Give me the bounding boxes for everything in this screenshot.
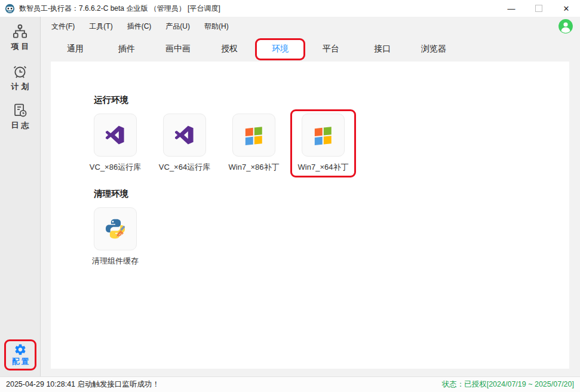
python-clean-icon (103, 216, 128, 241)
runtime-cards-row: VC_×86运行库 VC_×64运行库 (82, 109, 356, 177)
close-button[interactable]: ✕ (553, 0, 580, 17)
tab-general[interactable]: 通用 (50, 36, 101, 62)
tab-browser[interactable]: 浏览器 (408, 36, 459, 62)
maximize-icon (535, 5, 542, 12)
env-item-vc-x64[interactable]: VC_×64运行库 (152, 109, 217, 177)
sidebar-item-schedule[interactable]: 计划 (0, 63, 40, 92)
tab-interface[interactable]: 接口 (357, 36, 408, 62)
tab-license[interactable]: 授权 (204, 36, 255, 62)
menu-products[interactable]: 产品(U) (161, 19, 195, 34)
env-item-vc-x86[interactable]: VC_×86运行库 (82, 109, 148, 177)
log-icon (12, 102, 28, 118)
env-card-label: VC_×64运行库 (159, 162, 210, 173)
section-heading-clean: 清理环境 (94, 188, 128, 200)
windows-icon (242, 123, 266, 147)
env-card-label: Win7_×86补丁 (229, 162, 280, 173)
env-card-label: Win7_×64补丁 (298, 162, 349, 173)
app-logo-robot-icon (5, 4, 15, 14)
gear-icon (14, 343, 27, 356)
env-card (94, 207, 137, 250)
env-card (232, 114, 275, 157)
sidebar-item-logs[interactable]: 日志 (0, 102, 40, 131)
minimize-button[interactable]: — (498, 0, 525, 17)
sidebar-item-config[interactable]: 配置 (4, 339, 36, 370)
section-heading-runtime: 运行环境 (94, 94, 128, 106)
menu-plugins[interactable]: 插件(C) (122, 19, 156, 34)
visual-studio-icon (173, 123, 197, 147)
env-card (163, 114, 206, 157)
env-card-label: VC_×86运行库 (90, 162, 141, 173)
menu-help[interactable]: 帮助(H) (200, 19, 234, 34)
org-chart-icon (12, 23, 28, 39)
tab-plugins[interactable]: 插件 (101, 36, 152, 62)
env-card-label: 清理组件缓存 (92, 256, 139, 267)
env-item-win7-x86[interactable]: Win7_×86补丁 (221, 109, 287, 177)
sidebar-item-label: 配置 (10, 357, 30, 367)
env-item-win7-x64[interactable]: Win7_×64补丁 (290, 109, 356, 177)
tab-environment[interactable]: 环境 (255, 38, 305, 60)
menu-file[interactable]: 文件(F) (47, 19, 79, 34)
visual-studio-icon (103, 123, 127, 147)
status-message: 2025-04-29 10:28:41 启动触发接口监听成功！ (6, 379, 159, 390)
maximize-button[interactable] (525, 0, 553, 17)
tab-platform[interactable]: 平台 (305, 36, 357, 62)
sidebar-item-label: 计划 (9, 81, 32, 92)
env-item-clean-cache[interactable]: 清理组件缓存 (82, 203, 148, 271)
sidebar: 项目 计划 日志 配置 (0, 17, 41, 376)
title-bar: 数智员工-执行器：7.6.6.2-C beta 企业版 （管理员） [平台调度]… (0, 0, 580, 17)
license-status: 状态：已授权[2024/07/19 ~ 2025/07/20] (442, 379, 574, 390)
user-avatar-icon[interactable] (558, 19, 573, 34)
env-card (94, 114, 137, 157)
env-card (302, 114, 345, 157)
status-bar: 2025-04-29 10:28:41 启动触发接口监听成功！ 状态：已授权[2… (0, 376, 580, 392)
windows-icon (311, 123, 335, 147)
menu-bar: 文件(F) 工具(T) 插件(C) 产品(U) 帮助(H) (41, 17, 580, 36)
clean-cards-row: 清理组件缓存 (82, 203, 148, 271)
tab-pip[interactable]: 画中画 (152, 36, 204, 62)
sidebar-item-label: 日志 (9, 120, 32, 131)
content-panel: 运行环境 VC_×86运行库 VC_×64运行库 (51, 62, 569, 369)
sidebar-item-label: 项目 (9, 41, 32, 52)
tab-bar: 通用 插件 画中画 授权 环境 平台 接口 浏览器 (41, 36, 580, 62)
alarm-clock-icon (12, 63, 28, 79)
menu-tools[interactable]: 工具(T) (84, 19, 117, 34)
window-title: 数智员工-执行器：7.6.6.2-C beta 企业版 （管理员） [平台调度] (19, 4, 220, 14)
sidebar-item-projects[interactable]: 项目 (0, 23, 40, 52)
